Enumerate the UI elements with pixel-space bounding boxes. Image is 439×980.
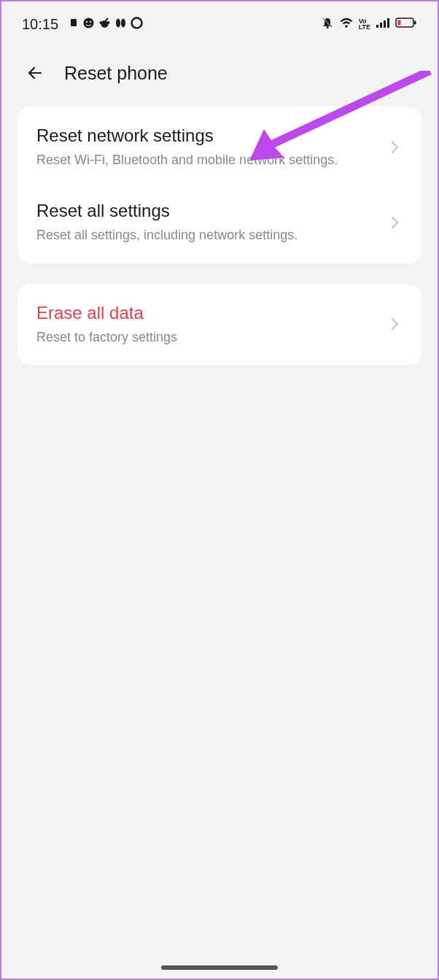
reddit-icon (98, 17, 111, 32)
wifi-icon (339, 17, 354, 31)
svg-point-9 (116, 18, 120, 27)
svg-point-4 (101, 20, 109, 28)
svg-rect-18 (384, 20, 386, 28)
status-time: 10:15 (22, 16, 58, 33)
reset-all-settings-item[interactable]: Reset all settings Reset all settings, i… (18, 185, 421, 260)
status-bar-left: 10:15 (22, 16, 143, 33)
volte-icon: VoLTE (359, 18, 370, 30)
svg-rect-17 (380, 23, 382, 28)
navigation-handle[interactable] (161, 965, 278, 970)
svg-point-11 (132, 18, 142, 28)
svg-rect-22 (398, 20, 401, 26)
item-title: Reset network settings (36, 126, 388, 146)
reset-network-settings-item[interactable]: Reset network settings Reset Wi-Fi, Blue… (18, 109, 421, 185)
chevron-right-icon (388, 317, 403, 331)
notification-icon (114, 17, 127, 32)
svg-point-12 (326, 26, 328, 28)
svg-rect-0 (71, 19, 77, 26)
chevron-right-icon (388, 140, 403, 155)
item-title: Erase all data (36, 303, 388, 323)
svg-point-5 (100, 21, 103, 24)
svg-point-10 (121, 18, 125, 27)
item-subtitle: Reset to factory settings (36, 329, 388, 346)
item-subtitle: Reset Wi-Fi, Bluetooth and mobile networ… (36, 152, 388, 169)
erase-all-data-item[interactable]: Erase all data Reset to factory settings (18, 287, 421, 362)
signal-icon (376, 17, 390, 31)
svg-rect-16 (376, 25, 378, 28)
status-bar: 10:15 VoLTE (1, 1, 438, 44)
svg-point-2 (86, 20, 88, 22)
page-header: Reset phone (1, 44, 438, 107)
settings-card-erase: Erase all data Reset to factory settings (18, 284, 421, 365)
status-bar-right: VoLTE (321, 16, 417, 32)
svg-point-6 (107, 21, 110, 24)
svg-rect-21 (414, 21, 416, 25)
settings-card-primary: Reset network settings Reset Wi-Fi, Blue… (18, 107, 421, 263)
battery-icon (395, 17, 417, 31)
item-subtitle: Reset all settings, including network se… (36, 227, 388, 244)
notification-icon (69, 18, 79, 31)
arrow-left-icon (25, 63, 45, 83)
status-notification-icons (69, 17, 143, 32)
svg-rect-19 (387, 18, 389, 28)
back-button[interactable] (23, 61, 47, 85)
svg-point-1 (84, 18, 94, 28)
chevron-right-icon (388, 215, 403, 230)
notification-icon (82, 17, 95, 32)
svg-point-3 (90, 20, 91, 22)
silent-icon (321, 16, 334, 32)
svg-point-15 (345, 25, 348, 28)
item-title: Reset all settings (36, 201, 388, 221)
notification-icon (131, 17, 143, 32)
page-title: Reset phone (64, 63, 168, 84)
